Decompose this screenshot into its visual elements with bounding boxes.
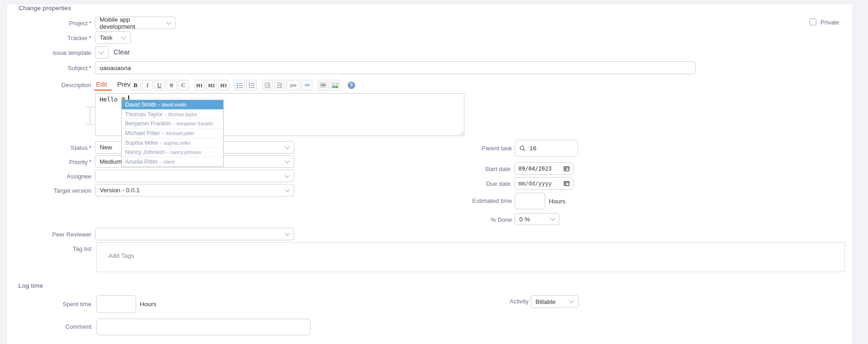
comment-input[interactable] <box>96 319 310 335</box>
help-icon: ? <box>348 82 355 89</box>
tab-edit[interactable]: Edit <box>96 81 107 88</box>
section-title-log-time: Log time <box>18 282 43 289</box>
description-label: Description <box>0 82 91 89</box>
assignee-label: Assignee <box>0 173 91 180</box>
link-icon <box>320 82 327 88</box>
unordered-list-button[interactable] <box>234 80 245 90</box>
peer-reviewer-label: Peer Reviewer <box>0 231 91 238</box>
project-select[interactable]: Mobile app development <box>95 17 176 29</box>
tracker-select[interactable]: Task <box>95 31 131 44</box>
mention-item[interactable]: Nancy Johnson-nancy.johnson <box>122 147 223 157</box>
active-tab-underline <box>94 89 112 91</box>
percent-done-select[interactable]: 0 % <box>515 213 559 225</box>
private-checkbox[interactable] <box>809 18 816 25</box>
spent-time-label: Spent time <box>0 301 91 308</box>
mouse-ibeam-cursor <box>86 107 94 125</box>
project-label: Project* <box>0 20 91 27</box>
chevron-down-icon <box>121 34 126 39</box>
heading3-button[interactable]: H3 <box>218 80 229 90</box>
chevron-down-icon <box>285 231 290 236</box>
image-button[interactable] <box>330 80 340 90</box>
parent-task-input[interactable]: 16 <box>515 140 578 157</box>
preformatted-button[interactable]: pre <box>286 80 300 90</box>
code-block-button[interactable]: <> <box>302 80 312 90</box>
percent-done-label: % Done <box>438 216 512 223</box>
estimated-time-hours-suffix: Hours <box>549 198 565 205</box>
chevron-down-icon <box>166 19 171 24</box>
chevron-down-icon <box>99 49 104 54</box>
mention-item[interactable]: David Smith-david.smith <box>122 100 223 109</box>
subject-label: Subject* <box>0 65 91 71</box>
tag-list-label: Tag list <box>0 245 91 252</box>
underline-button[interactable]: U <box>154 80 165 90</box>
clear-template-link[interactable]: Clear <box>113 48 130 56</box>
activity-label: Activity <box>455 298 529 305</box>
strikethrough-button[interactable]: S <box>166 80 177 90</box>
mention-item[interactable]: Sophia Miller-sophia.miller <box>122 138 223 148</box>
target-version-select[interactable]: Version - 0.0.1 <box>95 184 294 196</box>
mention-item[interactable]: Thomas Taylor-thomas.taylor <box>122 109 223 119</box>
link-button[interactable] <box>318 80 328 90</box>
calendar-icon <box>564 166 570 172</box>
outdent-button[interactable] <box>274 80 285 90</box>
spent-time-hours-suffix: Hours <box>140 301 156 308</box>
chevron-down-icon <box>569 298 574 303</box>
heading1-button[interactable]: H1 <box>194 80 205 90</box>
chevron-down-icon <box>285 172 290 178</box>
mention-dropdown: David Smith-david.smith Thomas Taylor-th… <box>121 100 224 167</box>
status-label: Status* <box>0 144 91 151</box>
chevron-down-icon <box>285 144 290 149</box>
target-version-label: Target version <box>0 187 91 194</box>
private-label: Private <box>820 19 848 26</box>
image-icon <box>332 83 339 88</box>
heading2-button[interactable]: H2 <box>206 80 217 90</box>
tracker-label: Tracker* <box>0 35 91 42</box>
inline-code-button[interactable]: C <box>178 80 189 90</box>
estimated-time-input[interactable] <box>515 193 545 209</box>
section-title-change-properties: Change properties <box>18 5 71 12</box>
unordered-list-icon <box>236 82 243 89</box>
bold-button[interactable]: B <box>130 80 141 90</box>
mention-item[interactable]: Michael Pitter-michael.pitter <box>122 128 223 138</box>
ordered-list-icon <box>248 82 255 89</box>
outdent-icon <box>276 82 283 89</box>
tag-list-input[interactable]: Add Tags <box>96 242 845 272</box>
comment-label: Comment <box>0 323 91 330</box>
ordered-list-button[interactable] <box>246 80 257 90</box>
help-button[interactable]: ? <box>346 80 357 90</box>
indent-button[interactable] <box>262 80 273 90</box>
spent-time-input[interactable] <box>96 295 136 313</box>
due-date-input[interactable]: mm/dd/yyyy <box>514 177 574 190</box>
issue-template-label: issue template <box>0 49 91 56</box>
mention-item[interactable]: Amelia Pitter-client <box>122 157 223 166</box>
estimated-time-label: Estimated time <box>438 197 512 204</box>
resize-grip[interactable] <box>459 130 464 135</box>
search-icon <box>519 145 526 152</box>
peer-reviewer-select[interactable] <box>95 228 294 240</box>
calendar-icon <box>564 180 570 186</box>
chevron-down-icon <box>550 215 555 220</box>
indent-icon <box>264 82 271 89</box>
formatting-toolbar: B I U S C H1 H2 H3 <box>130 80 358 90</box>
mention-item[interactable]: Benjamin Franklin-benjamin.franklin <box>122 119 223 128</box>
issue-template-select[interactable] <box>95 46 108 59</box>
chevron-down-icon <box>285 158 290 163</box>
due-date-label: Due date <box>438 180 511 187</box>
start-date-input[interactable]: 09/04/2023 <box>514 162 574 175</box>
activity-select[interactable]: Billable <box>531 295 578 308</box>
tag-list-placeholder: Add Tags <box>108 252 134 259</box>
parent-task-label: Parent task <box>438 145 512 152</box>
start-date-label: Start date <box>438 166 511 172</box>
subject-input[interactable]: оаоаоаола <box>95 61 696 74</box>
assignee-select[interactable] <box>95 170 294 182</box>
priority-label: Priority* <box>0 159 91 166</box>
italic-button[interactable]: I <box>142 80 153 90</box>
chevron-down-icon <box>285 187 290 192</box>
